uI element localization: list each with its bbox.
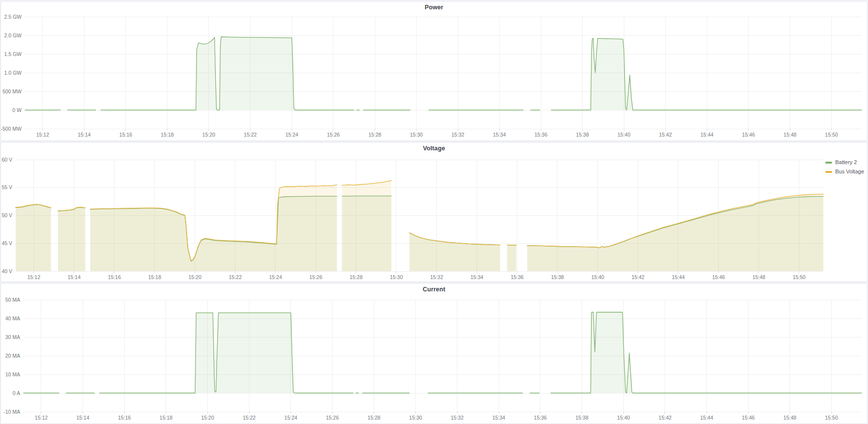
svg-text:15:42: 15:42 — [632, 274, 644, 280]
power-chart-canvas[interactable]: -500 MW0 W500 MW1.0 GW1.5 GW2.0 GW2.5 GW… — [1, 1, 867, 141]
legend-swatch — [825, 162, 832, 164]
svg-text:15:34: 15:34 — [492, 415, 505, 421]
svg-text:15:44: 15:44 — [700, 415, 713, 421]
svg-text:15:14: 15:14 — [77, 415, 89, 421]
svg-text:15:46: 15:46 — [712, 274, 725, 280]
svg-text:500 MW: 500 MW — [2, 88, 22, 94]
svg-text:15:48: 15:48 — [753, 274, 765, 280]
svg-text:15:38: 15:38 — [551, 274, 564, 280]
legend-label: Battery 2 — [835, 158, 857, 167]
svg-text:15:16: 15:16 — [118, 415, 131, 421]
svg-text:15:48: 15:48 — [784, 132, 796, 138]
svg-text:2.0 GW: 2.0 GW — [4, 32, 22, 38]
svg-text:1.5 GW: 1.5 GW — [4, 51, 22, 57]
svg-text:15:50: 15:50 — [825, 132, 838, 138]
svg-text:15:28: 15:28 — [367, 415, 380, 421]
svg-text:15:38: 15:38 — [576, 132, 588, 138]
panel-title-voltage[interactable]: Voltage — [1, 145, 867, 152]
svg-text:40 MA: 40 MA — [5, 315, 20, 321]
svg-text:1.0 GW: 1.0 GW — [4, 70, 22, 76]
legend-label: Bus Voltage — [835, 167, 864, 176]
svg-text:15:24: 15:24 — [269, 274, 282, 280]
svg-text:15:16: 15:16 — [108, 274, 121, 280]
svg-text:15:30: 15:30 — [409, 415, 422, 421]
svg-text:0 A: 0 A — [13, 390, 20, 396]
svg-text:15:12: 15:12 — [35, 415, 48, 421]
svg-text:30 MA: 30 MA — [5, 334, 20, 340]
svg-text:15:38: 15:38 — [575, 415, 588, 421]
voltage-legend: Battery 2Bus Voltage — [825, 158, 864, 176]
svg-text:50 V: 50 V — [1, 212, 12, 218]
svg-text:15:36: 15:36 — [534, 132, 547, 138]
svg-text:55 V: 55 V — [1, 184, 12, 190]
svg-text:15:36: 15:36 — [534, 415, 547, 421]
panel-current: Current -10 MA0 A10 MA20 MA30 MA40 MA50 … — [0, 283, 868, 424]
svg-text:0 W: 0 W — [12, 107, 22, 113]
legend-item-bus-voltage[interactable]: Bus Voltage — [825, 167, 864, 176]
svg-text:15:12: 15:12 — [28, 274, 40, 280]
svg-text:15:22: 15:22 — [229, 274, 242, 280]
svg-text:20 MA: 20 MA — [5, 353, 20, 359]
svg-text:15:28: 15:28 — [368, 132, 381, 138]
legend-swatch — [825, 171, 832, 173]
svg-text:-500 MW: -500 MW — [1, 126, 22, 132]
svg-text:10 MA: 10 MA — [5, 371, 20, 377]
svg-text:45 V: 45 V — [1, 240, 12, 246]
svg-text:15:20: 15:20 — [189, 274, 201, 280]
svg-text:15:24: 15:24 — [285, 132, 298, 138]
svg-text:15:16: 15:16 — [119, 132, 132, 138]
svg-text:15:34: 15:34 — [493, 132, 505, 138]
svg-text:15:44: 15:44 — [672, 274, 685, 280]
svg-text:15:24: 15:24 — [284, 415, 297, 421]
svg-text:15:50: 15:50 — [793, 274, 806, 280]
svg-text:15:42: 15:42 — [659, 132, 672, 138]
legend-item-battery-2[interactable]: Battery 2 — [825, 158, 864, 167]
svg-text:15:12: 15:12 — [36, 132, 49, 138]
svg-text:15:40: 15:40 — [617, 415, 630, 421]
svg-text:15:40: 15:40 — [617, 132, 630, 138]
panel-title-power[interactable]: Power — [1, 4, 867, 11]
panel-voltage: Voltage 40 V45 V50 V55 V60 V15:1215:1415… — [0, 142, 868, 282]
svg-text:-10 MA: -10 MA — [3, 409, 20, 415]
svg-text:15:42: 15:42 — [659, 415, 672, 421]
svg-text:15:18: 15:18 — [148, 274, 161, 280]
svg-text:2.5 GW: 2.5 GW — [4, 14, 22, 20]
svg-text:15:40: 15:40 — [591, 274, 604, 280]
svg-text:15:30: 15:30 — [410, 132, 422, 138]
svg-text:15:18: 15:18 — [161, 132, 173, 138]
svg-text:15:22: 15:22 — [243, 415, 255, 421]
svg-text:15:48: 15:48 — [784, 415, 796, 421]
svg-text:15:32: 15:32 — [430, 274, 443, 280]
svg-text:15:36: 15:36 — [511, 274, 524, 280]
svg-text:15:46: 15:46 — [742, 415, 755, 421]
panel-title-current[interactable]: Current — [1, 286, 867, 293]
svg-text:15:44: 15:44 — [700, 132, 713, 138]
svg-text:50 MA: 50 MA — [5, 297, 20, 303]
svg-text:15:14: 15:14 — [68, 274, 81, 280]
svg-text:15:50: 15:50 — [825, 415, 838, 421]
svg-text:15:22: 15:22 — [244, 132, 256, 138]
svg-text:15:14: 15:14 — [78, 132, 90, 138]
voltage-chart-canvas[interactable]: 40 V45 V50 V55 V60 V15:1215:1415:1615:18… — [1, 142, 867, 282]
svg-text:15:20: 15:20 — [201, 415, 214, 421]
svg-text:40 V: 40 V — [1, 268, 12, 274]
svg-text:15:26: 15:26 — [327, 132, 339, 138]
svg-text:15:34: 15:34 — [471, 274, 483, 280]
current-chart-canvas[interactable]: -10 MA0 A10 MA20 MA30 MA40 MA50 MA15:121… — [1, 283, 867, 424]
svg-text:15:30: 15:30 — [390, 274, 403, 280]
panel-power: Power -500 MW0 W500 MW1.0 GW1.5 GW2.0 GW… — [0, 1, 868, 141]
svg-text:15:28: 15:28 — [350, 274, 363, 280]
svg-text:15:26: 15:26 — [326, 415, 338, 421]
svg-text:15:26: 15:26 — [309, 274, 322, 280]
svg-text:15:32: 15:32 — [450, 415, 463, 421]
svg-text:15:46: 15:46 — [742, 132, 755, 138]
svg-text:60 V: 60 V — [1, 157, 12, 163]
svg-text:15:18: 15:18 — [160, 415, 172, 421]
svg-text:15:20: 15:20 — [202, 132, 215, 138]
svg-text:15:32: 15:32 — [451, 132, 464, 138]
